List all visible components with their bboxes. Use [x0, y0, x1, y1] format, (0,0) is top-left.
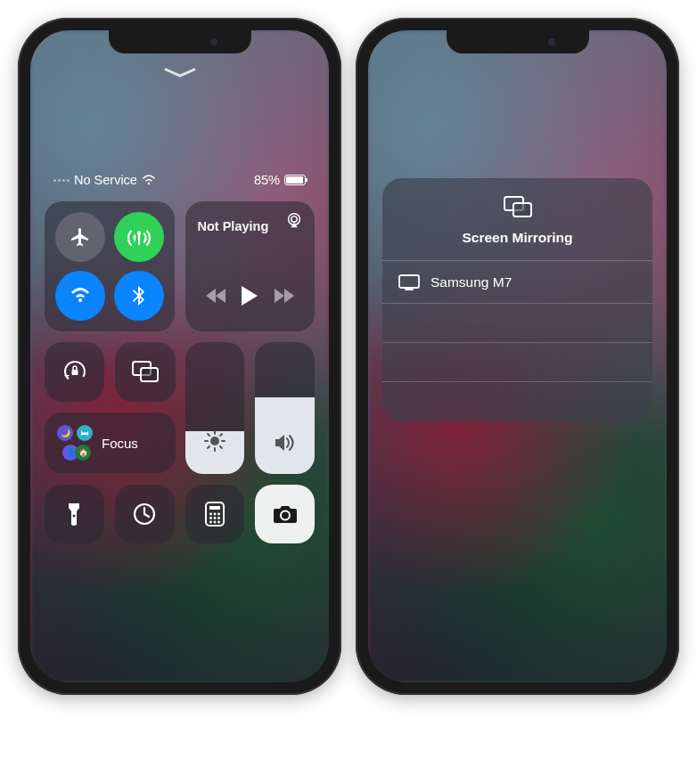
orientation-lock-button[interactable] — [45, 342, 104, 402]
bluetooth-icon — [133, 285, 145, 306]
mirror-device-item[interactable]: Samsung M7 — [382, 261, 652, 304]
device-name: Samsung M7 — [430, 274, 512, 290]
svg-line-15 — [220, 446, 222, 448]
airplay-audio-button[interactable] — [284, 210, 304, 233]
camera-icon — [272, 503, 299, 525]
volume-icon — [274, 433, 297, 456]
flashlight-icon — [67, 502, 81, 527]
signal-dots-icon — [53, 179, 70, 182]
svg-point-26 — [217, 512, 220, 515]
screen-mirroring-icon — [502, 194, 534, 219]
connectivity-module[interactable] — [45, 201, 175, 331]
svg-point-9 — [210, 437, 219, 445]
svg-point-29 — [217, 517, 220, 519]
wifi-status-icon — [142, 175, 156, 185]
dismiss-chevron[interactable] — [164, 66, 196, 82]
mirror-device-list: Samsung M7 — [382, 260, 652, 421]
cellular-antenna-icon — [127, 225, 151, 249]
phone-frame-right: Screen Mirroring Samsung M7 — [356, 18, 679, 695]
carrier-label: No Service — [74, 173, 137, 187]
cellular-data-button[interactable] — [114, 212, 164, 262]
airplane-icon — [70, 226, 91, 248]
battery-percent: 85% — [254, 173, 280, 187]
volume-slider[interactable] — [255, 342, 315, 474]
svg-point-31 — [213, 520, 216, 523]
mirror-empty-row — [382, 382, 652, 421]
bed-icon: 🛏 — [77, 425, 93, 441]
screen-left: No Service 85% — [30, 30, 329, 682]
status-bar: No Service 85% — [45, 173, 315, 187]
orientation-lock-icon — [62, 358, 88, 385]
battery-icon — [284, 175, 306, 185]
svg-line-21 — [144, 514, 149, 517]
screen-right: Screen Mirroring Samsung M7 — [368, 30, 667, 682]
wifi-icon — [69, 287, 92, 305]
rewind-icon — [205, 288, 226, 304]
forward-icon — [274, 288, 295, 304]
notch — [447, 30, 589, 53]
play-button[interactable] — [241, 285, 258, 310]
tv-icon — [398, 274, 420, 290]
svg-point-0 — [148, 183, 150, 184]
svg-line-14 — [208, 434, 209, 436]
forward-button[interactable] — [274, 288, 295, 307]
svg-line-16 — [208, 446, 209, 448]
focus-icons-cluster: 🌙 🛏 👤 🏠 — [57, 425, 93, 461]
svg-rect-23 — [209, 506, 220, 510]
svg-rect-2 — [138, 234, 140, 245]
house-icon: 🏠 — [75, 445, 91, 461]
svg-point-25 — [213, 512, 216, 515]
mirror-empty-row — [382, 304, 652, 343]
svg-point-4 — [291, 216, 297, 222]
timer-button[interactable] — [115, 485, 175, 544]
svg-point-27 — [209, 517, 212, 519]
camera-button[interactable] — [255, 485, 315, 544]
media-module[interactable]: Not Playing — [185, 201, 316, 331]
calculator-button[interactable] — [185, 485, 245, 544]
airplay-icon — [284, 210, 304, 230]
svg-point-18 — [73, 514, 76, 517]
play-icon — [241, 285, 258, 306]
calculator-icon — [205, 502, 225, 527]
svg-rect-35 — [513, 203, 531, 216]
screen-mirroring-icon — [131, 360, 160, 383]
svg-rect-36 — [399, 275, 419, 288]
screen-mirroring-button[interactable] — [115, 342, 175, 402]
brightness-icon — [203, 429, 226, 456]
svg-point-28 — [213, 517, 216, 519]
airplane-mode-button[interactable] — [55, 212, 105, 262]
wifi-button[interactable] — [55, 271, 105, 321]
focus-label: Focus — [102, 436, 138, 451]
brightness-slider[interactable] — [185, 342, 245, 474]
notch — [109, 30, 251, 53]
moon-icon: 🌙 — [57, 425, 73, 441]
svg-point-24 — [209, 512, 212, 515]
mirror-empty-row — [382, 343, 652, 382]
svg-rect-6 — [71, 370, 78, 375]
rewind-button[interactable] — [205, 288, 226, 307]
svg-point-32 — [217, 520, 220, 523]
svg-line-17 — [220, 434, 222, 436]
bluetooth-button[interactable] — [114, 271, 164, 321]
screen-mirroring-panel: Screen Mirroring Samsung M7 — [382, 178, 652, 421]
svg-rect-8 — [141, 368, 158, 381]
svg-point-30 — [209, 520, 212, 523]
phone-frame-left: No Service 85% — [18, 18, 341, 695]
focus-button[interactable]: 🌙 🛏 👤 🏠 Focus — [45, 412, 176, 473]
flashlight-button[interactable] — [45, 485, 104, 544]
timer-icon — [132, 502, 157, 527]
mirror-panel-title: Screen Mirroring — [382, 230, 652, 246]
